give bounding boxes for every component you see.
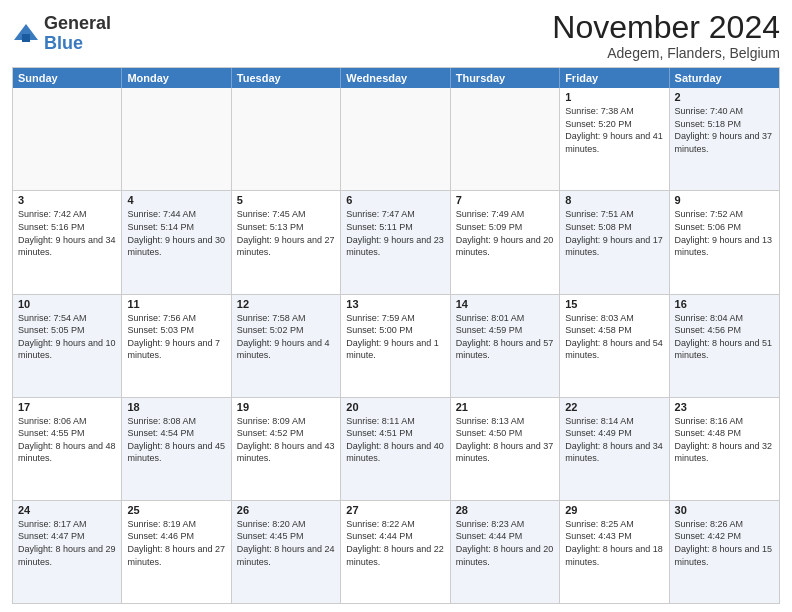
- calendar-cell: 17Sunrise: 8:06 AM Sunset: 4:55 PM Dayli…: [13, 398, 122, 500]
- logo-blue-text: Blue: [44, 33, 83, 53]
- day-info: Sunrise: 8:22 AM Sunset: 4:44 PM Dayligh…: [346, 518, 444, 568]
- day-info: Sunrise: 7:59 AM Sunset: 5:00 PM Dayligh…: [346, 312, 444, 362]
- day-number: 22: [565, 401, 663, 413]
- day-info: Sunrise: 8:13 AM Sunset: 4:50 PM Dayligh…: [456, 415, 554, 465]
- calendar-cell: 8Sunrise: 7:51 AM Sunset: 5:08 PM Daylig…: [560, 191, 669, 293]
- calendar-cell: 7Sunrise: 7:49 AM Sunset: 5:09 PM Daylig…: [451, 191, 560, 293]
- cal-header-day: Sunday: [13, 68, 122, 88]
- calendar-cell: 9Sunrise: 7:52 AM Sunset: 5:06 PM Daylig…: [670, 191, 779, 293]
- day-number: 19: [237, 401, 335, 413]
- calendar-cell: [232, 88, 341, 190]
- calendar-cell: 24Sunrise: 8:17 AM Sunset: 4:47 PM Dayli…: [13, 501, 122, 603]
- calendar-cell: 18Sunrise: 8:08 AM Sunset: 4:54 PM Dayli…: [122, 398, 231, 500]
- day-number: 6: [346, 194, 444, 206]
- day-info: Sunrise: 8:25 AM Sunset: 4:43 PM Dayligh…: [565, 518, 663, 568]
- day-number: 18: [127, 401, 225, 413]
- day-info: Sunrise: 7:47 AM Sunset: 5:11 PM Dayligh…: [346, 208, 444, 258]
- day-number: 25: [127, 504, 225, 516]
- day-number: 16: [675, 298, 774, 310]
- day-number: 14: [456, 298, 554, 310]
- day-number: 3: [18, 194, 116, 206]
- cal-header-day: Saturday: [670, 68, 779, 88]
- calendar-cell: 28Sunrise: 8:23 AM Sunset: 4:44 PM Dayli…: [451, 501, 560, 603]
- day-number: 9: [675, 194, 774, 206]
- day-info: Sunrise: 8:11 AM Sunset: 4:51 PM Dayligh…: [346, 415, 444, 465]
- svg-rect-1: [22, 34, 30, 42]
- day-info: Sunrise: 7:42 AM Sunset: 5:16 PM Dayligh…: [18, 208, 116, 258]
- calendar-cell: 19Sunrise: 8:09 AM Sunset: 4:52 PM Dayli…: [232, 398, 341, 500]
- cal-header-day: Tuesday: [232, 68, 341, 88]
- day-number: 10: [18, 298, 116, 310]
- day-info: Sunrise: 8:04 AM Sunset: 4:56 PM Dayligh…: [675, 312, 774, 362]
- day-number: 20: [346, 401, 444, 413]
- day-number: 8: [565, 194, 663, 206]
- day-number: 29: [565, 504, 663, 516]
- day-info: Sunrise: 8:17 AM Sunset: 4:47 PM Dayligh…: [18, 518, 116, 568]
- calendar-cell: 25Sunrise: 8:19 AM Sunset: 4:46 PM Dayli…: [122, 501, 231, 603]
- day-info: Sunrise: 8:08 AM Sunset: 4:54 PM Dayligh…: [127, 415, 225, 465]
- calendar-cell: 23Sunrise: 8:16 AM Sunset: 4:48 PM Dayli…: [670, 398, 779, 500]
- calendar-row: 3Sunrise: 7:42 AM Sunset: 5:16 PM Daylig…: [13, 191, 779, 294]
- day-number: 30: [675, 504, 774, 516]
- day-number: 11: [127, 298, 225, 310]
- calendar-cell: 6Sunrise: 7:47 AM Sunset: 5:11 PM Daylig…: [341, 191, 450, 293]
- day-number: 21: [456, 401, 554, 413]
- day-info: Sunrise: 8:26 AM Sunset: 4:42 PM Dayligh…: [675, 518, 774, 568]
- day-info: Sunrise: 8:06 AM Sunset: 4:55 PM Dayligh…: [18, 415, 116, 465]
- calendar-cell: [341, 88, 450, 190]
- calendar-body: 1Sunrise: 7:38 AM Sunset: 5:20 PM Daylig…: [13, 88, 779, 603]
- day-info: Sunrise: 8:23 AM Sunset: 4:44 PM Dayligh…: [456, 518, 554, 568]
- calendar-row: 1Sunrise: 7:38 AM Sunset: 5:20 PM Daylig…: [13, 88, 779, 191]
- header: General Blue November 2024 Adegem, Fland…: [12, 10, 780, 61]
- calendar-cell: 14Sunrise: 8:01 AM Sunset: 4:59 PM Dayli…: [451, 295, 560, 397]
- cal-header-day: Thursday: [451, 68, 560, 88]
- day-info: Sunrise: 7:54 AM Sunset: 5:05 PM Dayligh…: [18, 312, 116, 362]
- day-number: 27: [346, 504, 444, 516]
- calendar-cell: 21Sunrise: 8:13 AM Sunset: 4:50 PM Dayli…: [451, 398, 560, 500]
- logo: General Blue: [12, 10, 111, 54]
- calendar-row: 10Sunrise: 7:54 AM Sunset: 5:05 PM Dayli…: [13, 295, 779, 398]
- day-info: Sunrise: 7:58 AM Sunset: 5:02 PM Dayligh…: [237, 312, 335, 362]
- location: Adegem, Flanders, Belgium: [552, 45, 780, 61]
- day-number: 28: [456, 504, 554, 516]
- day-number: 13: [346, 298, 444, 310]
- calendar-cell: 15Sunrise: 8:03 AM Sunset: 4:58 PM Dayli…: [560, 295, 669, 397]
- calendar-cell: 3Sunrise: 7:42 AM Sunset: 5:16 PM Daylig…: [13, 191, 122, 293]
- calendar-cell: 29Sunrise: 8:25 AM Sunset: 4:43 PM Dayli…: [560, 501, 669, 603]
- cal-header-day: Wednesday: [341, 68, 450, 88]
- month-title: November 2024: [552, 10, 780, 45]
- calendar-cell: 5Sunrise: 7:45 AM Sunset: 5:13 PM Daylig…: [232, 191, 341, 293]
- day-info: Sunrise: 8:03 AM Sunset: 4:58 PM Dayligh…: [565, 312, 663, 362]
- calendar-cell: 11Sunrise: 7:56 AM Sunset: 5:03 PM Dayli…: [122, 295, 231, 397]
- logo-icon: [12, 20, 40, 48]
- day-number: 12: [237, 298, 335, 310]
- day-number: 17: [18, 401, 116, 413]
- calendar: SundayMondayTuesdayWednesdayThursdayFrid…: [12, 67, 780, 604]
- day-info: Sunrise: 7:45 AM Sunset: 5:13 PM Dayligh…: [237, 208, 335, 258]
- day-info: Sunrise: 7:40 AM Sunset: 5:18 PM Dayligh…: [675, 105, 774, 155]
- calendar-cell: 27Sunrise: 8:22 AM Sunset: 4:44 PM Dayli…: [341, 501, 450, 603]
- day-number: 24: [18, 504, 116, 516]
- day-number: 2: [675, 91, 774, 103]
- title-block: November 2024 Adegem, Flanders, Belgium: [552, 10, 780, 61]
- calendar-cell: [13, 88, 122, 190]
- day-info: Sunrise: 7:38 AM Sunset: 5:20 PM Dayligh…: [565, 105, 663, 155]
- day-info: Sunrise: 8:14 AM Sunset: 4:49 PM Dayligh…: [565, 415, 663, 465]
- page: General Blue November 2024 Adegem, Fland…: [0, 0, 792, 612]
- calendar-cell: 22Sunrise: 8:14 AM Sunset: 4:49 PM Dayli…: [560, 398, 669, 500]
- day-number: 4: [127, 194, 225, 206]
- calendar-cell: 10Sunrise: 7:54 AM Sunset: 5:05 PM Dayli…: [13, 295, 122, 397]
- calendar-cell: 12Sunrise: 7:58 AM Sunset: 5:02 PM Dayli…: [232, 295, 341, 397]
- calendar-cell: 26Sunrise: 8:20 AM Sunset: 4:45 PM Dayli…: [232, 501, 341, 603]
- day-info: Sunrise: 7:51 AM Sunset: 5:08 PM Dayligh…: [565, 208, 663, 258]
- day-info: Sunrise: 8:16 AM Sunset: 4:48 PM Dayligh…: [675, 415, 774, 465]
- day-number: 23: [675, 401, 774, 413]
- calendar-cell: 1Sunrise: 7:38 AM Sunset: 5:20 PM Daylig…: [560, 88, 669, 190]
- cal-header-day: Friday: [560, 68, 669, 88]
- day-info: Sunrise: 7:56 AM Sunset: 5:03 PM Dayligh…: [127, 312, 225, 362]
- day-info: Sunrise: 7:44 AM Sunset: 5:14 PM Dayligh…: [127, 208, 225, 258]
- day-number: 1: [565, 91, 663, 103]
- logo-general: General: [44, 13, 111, 33]
- day-info: Sunrise: 7:49 AM Sunset: 5:09 PM Dayligh…: [456, 208, 554, 258]
- calendar-cell: 30Sunrise: 8:26 AM Sunset: 4:42 PM Dayli…: [670, 501, 779, 603]
